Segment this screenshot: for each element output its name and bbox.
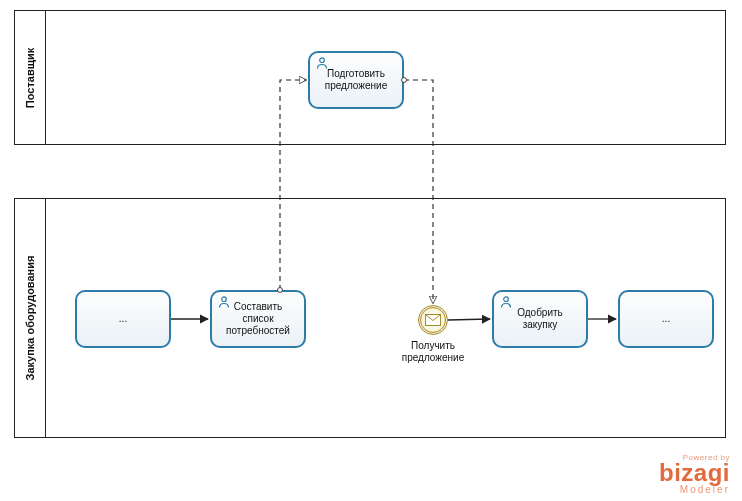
user-icon bbox=[315, 56, 329, 70]
task-placeholder-left[interactable]: ... bbox=[75, 290, 171, 348]
logo-brand: bizagi bbox=[659, 462, 730, 484]
event-receive-offer-label: Получить предложение bbox=[393, 340, 473, 364]
event-receive-offer[interactable] bbox=[418, 305, 448, 335]
pool-procurement-label: Закупка оборудования bbox=[24, 256, 36, 381]
svg-point-0 bbox=[320, 58, 325, 63]
logo: Powered by bizagi Modeler bbox=[659, 453, 730, 495]
user-icon bbox=[217, 295, 231, 309]
task-compile-needs[interactable]: Составить список потребностей bbox=[210, 290, 306, 348]
task-label: ... bbox=[119, 313, 127, 325]
task-label: ... bbox=[662, 313, 670, 325]
task-approve-purchase[interactable]: Одобрить закупку bbox=[492, 290, 588, 348]
pool-label-col: Закупка оборудования bbox=[15, 199, 46, 437]
svg-point-1 bbox=[222, 297, 227, 302]
task-placeholder-right[interactable]: ... bbox=[618, 290, 714, 348]
envelope-icon bbox=[425, 314, 441, 326]
task-prepare-offer[interactable]: Подготовить предложение bbox=[308, 51, 404, 109]
task-label: Подготовить предложение bbox=[316, 68, 396, 92]
pool-supplier-label: Поставщик bbox=[24, 47, 36, 107]
user-icon bbox=[499, 295, 513, 309]
task-label: Одобрить закупку bbox=[500, 307, 580, 331]
svg-point-3 bbox=[504, 297, 509, 302]
pool-label-col: Поставщик bbox=[15, 11, 46, 144]
